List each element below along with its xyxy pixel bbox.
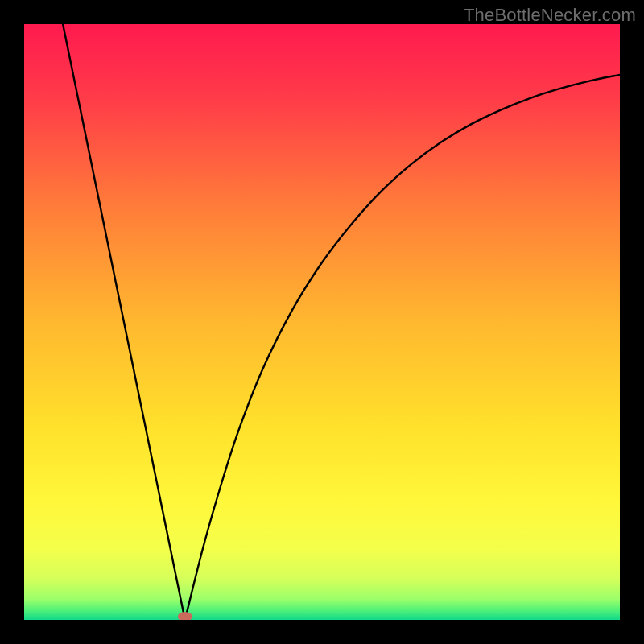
watermark-text: TheBottleNecker.com [464,5,636,26]
plot-area [24,24,620,620]
bottleneck-chart [24,24,620,620]
gradient-background [24,24,620,620]
chart-frame: TheBottleNecker.com [0,0,644,644]
